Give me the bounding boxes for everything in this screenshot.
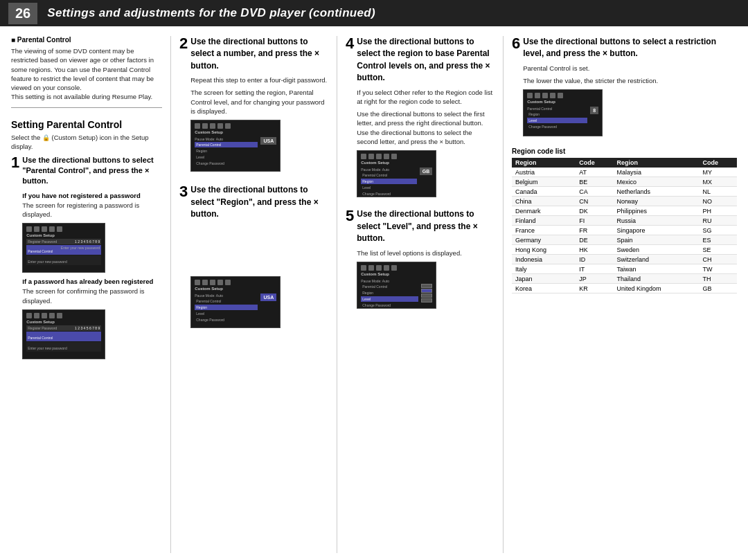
screen-icon-s5-1 bbox=[361, 265, 366, 271]
screen-mockup-password-confirm: Custom Setup Register Password 1 2 3 4 5… bbox=[22, 309, 105, 359]
table-cell: China bbox=[512, 197, 576, 206]
step-4-heading: Use the directional buttons to select th… bbox=[357, 36, 495, 84]
section-intro: Select the 🔒 (Custom Setup) icon in the … bbox=[11, 133, 162, 152]
table-cell: Austria bbox=[512, 168, 576, 177]
screen-mockup-password-register: Custom Setup Register Password 1 2 3 4 5… bbox=[22, 223, 105, 273]
table-row: AustriaATMalaysiaMY bbox=[512, 168, 737, 177]
column-4: 6 Use the directional buttons to select … bbox=[503, 36, 737, 553]
table-row: GermanyDESpainES bbox=[512, 235, 737, 245]
table-row: Hong KongHKSwedenSE bbox=[512, 245, 737, 255]
table-cell: JP bbox=[576, 274, 613, 284]
step-1-sub1-title: If you have not registered a password bbox=[22, 192, 162, 199]
screen-title-s5: Custom Setup bbox=[361, 272, 432, 276]
table-row: ChinaCNNorwayNO bbox=[512, 197, 737, 206]
table-cell: NL bbox=[700, 187, 737, 197]
screen-icon-s3-3 bbox=[210, 280, 215, 285]
section-divider bbox=[11, 107, 162, 108]
table-cell: Switzerland bbox=[614, 255, 700, 264]
screen-icon-s4-4 bbox=[384, 154, 389, 159]
table-cell: BE bbox=[576, 177, 613, 187]
screen-icon-s4-2 bbox=[368, 154, 374, 159]
table-cell: CH bbox=[700, 255, 737, 264]
table-cell: Malaysia bbox=[614, 168, 700, 177]
table-row: IndonesiaIDSwitzerlandCH bbox=[512, 255, 737, 264]
table-cell: France bbox=[512, 226, 576, 235]
screen-icon-s6-1 bbox=[527, 93, 533, 98]
step-2: 2 Use the directional buttons to select … bbox=[179, 36, 328, 176]
table-cell: Taiwan bbox=[614, 264, 700, 274]
screen-icon-3 bbox=[42, 226, 47, 232]
step-1-sub1-text: The screen for registering a password is… bbox=[22, 201, 162, 219]
table-cell: TH bbox=[700, 274, 737, 284]
screen-icon-1 bbox=[26, 226, 32, 232]
table-cell: PH bbox=[700, 206, 737, 216]
screen-mockup-step5: Custom Setup Pause Mode: Auto Parental C… bbox=[357, 262, 436, 309]
table-row: JapanJPThailandTH bbox=[512, 274, 737, 284]
table-cell: Japan bbox=[512, 274, 576, 284]
column-1: ■ Parental Control The viewing of some D… bbox=[11, 36, 170, 553]
table-cell: IT bbox=[576, 264, 613, 274]
step-5-content: Use the directional buttons to select "L… bbox=[357, 208, 495, 312]
screen-icon-s3-2 bbox=[202, 280, 208, 285]
step-5-number: 5 bbox=[346, 208, 354, 224]
step-2-content: Use the directional buttons to select a … bbox=[190, 36, 328, 176]
table-cell: Italy bbox=[512, 264, 576, 274]
table-cell: Thailand bbox=[614, 274, 700, 284]
region-table-body: AustriaATMalaysiaMYBelgiumBEMexicoMXCana… bbox=[512, 168, 737, 293]
page-number: 26 bbox=[8, 3, 37, 24]
screen-title-2: Custom Setup bbox=[26, 320, 101, 324]
step-4-body1: If you select Other refer to the Region … bbox=[357, 88, 495, 107]
screen-title-s6: Custom Setup bbox=[527, 100, 598, 104]
screen-icon-9 bbox=[49, 313, 55, 318]
step-6-heading: Use the directional buttons to select a … bbox=[523, 36, 737, 60]
screen-icon-s5-2 bbox=[368, 265, 374, 271]
table-cell: Sweden bbox=[614, 245, 700, 255]
table-cell: SE bbox=[700, 245, 737, 255]
step-1-content: Use the directional buttons to select "P… bbox=[22, 155, 162, 363]
table-cell: Hong Kong bbox=[512, 245, 576, 255]
step-5-heading: Use the directional buttons to select "L… bbox=[357, 208, 495, 244]
table-cell: RU bbox=[700, 216, 737, 226]
screen-title-s2: Custom Setup bbox=[195, 130, 276, 134]
table-cell: Mexico bbox=[614, 177, 700, 187]
screen-icon-6 bbox=[26, 313, 32, 318]
screen-icon-2 bbox=[34, 226, 39, 232]
screen-title-s3: Custom Setup bbox=[195, 287, 276, 291]
col-header-region2: Region bbox=[614, 158, 700, 168]
table-cell: Norway bbox=[614, 197, 700, 206]
col-header-region1: Region bbox=[512, 158, 576, 168]
table-cell: GB bbox=[700, 284, 737, 293]
region-code-list-title: Region code list bbox=[512, 147, 737, 155]
screen-icon-s6-3 bbox=[542, 93, 548, 98]
step-1-sub2-text: The screen for confirming the password i… bbox=[22, 287, 162, 305]
screen-icon-s2-3 bbox=[210, 123, 215, 129]
screen-icon-s3-1 bbox=[195, 280, 200, 285]
step-2-number: 2 bbox=[179, 36, 188, 51]
screen-icon-s3-4 bbox=[217, 280, 223, 285]
table-cell: United Kingdom bbox=[614, 284, 700, 293]
screen-icon-s2-4 bbox=[217, 123, 223, 129]
table-cell: Netherlands bbox=[614, 187, 700, 197]
screen-icon-s6-2 bbox=[535, 93, 540, 98]
screen-icon-s4-3 bbox=[376, 154, 382, 159]
table-cell: HK bbox=[576, 245, 613, 255]
col-header-code2: Code bbox=[700, 158, 737, 168]
screen-mockup-step4: Custom Setup Pause Mode: Auto Parental C… bbox=[357, 150, 436, 197]
table-cell: ID bbox=[576, 255, 613, 264]
region-code-table: Region Code Region Code AustriaATMalaysi… bbox=[512, 158, 737, 293]
table-row: CanadaCANetherlandsNL bbox=[512, 187, 737, 197]
screen-icon-s5-4 bbox=[384, 265, 389, 271]
page-header: 26 Settings and adjustments for the DVD … bbox=[0, 0, 748, 26]
step-3: 3 Use the directional buttons to select … bbox=[179, 184, 328, 332]
screen-icon-8 bbox=[42, 313, 47, 318]
table-cell: CA bbox=[576, 187, 613, 197]
table-row: DenmarkDKPhilippinesPH bbox=[512, 206, 737, 216]
screen-icon-5 bbox=[57, 226, 62, 232]
step-4: 4 Use the directional buttons to select … bbox=[346, 36, 495, 201]
table-cell: FI bbox=[576, 216, 613, 226]
table-row: ItalyITTaiwanTW bbox=[512, 264, 737, 274]
table-row: FinlandFIRussiaRU bbox=[512, 216, 737, 226]
table-row: BelgiumBEMexicoMX bbox=[512, 177, 737, 187]
screen-icon-s4-1 bbox=[361, 154, 366, 159]
screen-mockup-step6: Custom Setup Parental Control Region Lev… bbox=[523, 89, 603, 136]
